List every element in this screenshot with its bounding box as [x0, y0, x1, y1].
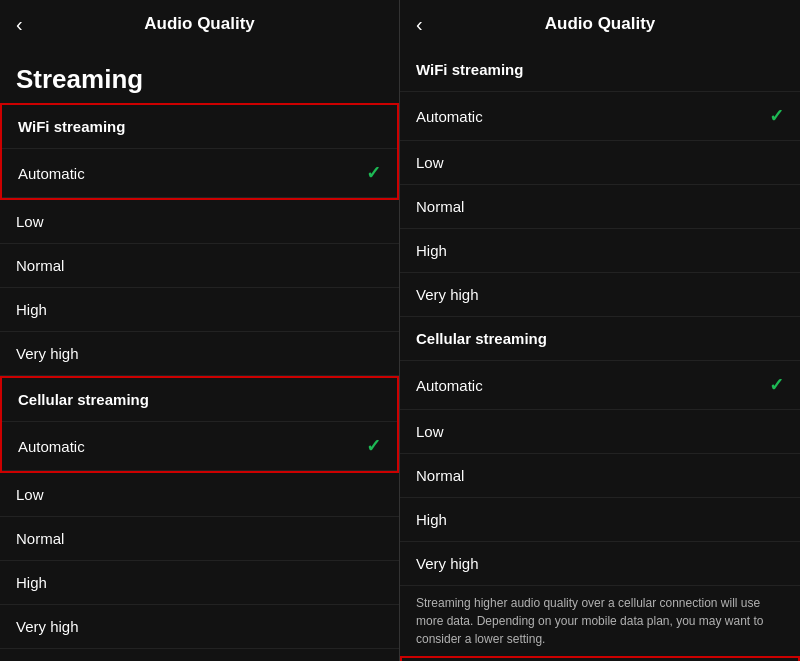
- left-wifi-normal-label: Normal: [16, 257, 64, 274]
- right-cellular-low[interactable]: Low: [400, 410, 800, 454]
- left-wifi-automatic[interactable]: Automatic ✓: [2, 149, 397, 198]
- right-wifi-high-label: High: [416, 242, 447, 259]
- right-cellular-header-item: Cellular streaming: [400, 317, 800, 361]
- right-wifi-label: WiFi streaming: [416, 61, 523, 78]
- right-cellular-very-high[interactable]: Very high: [400, 542, 800, 586]
- right-optimize-group: Optimize listening Auto adjust quality: [400, 656, 800, 661]
- left-cellular-group: Cellular streaming Automatic ✓: [0, 376, 399, 473]
- left-section-title: Streaming: [0, 48, 399, 103]
- left-header: ‹ Audio Quality: [0, 0, 399, 48]
- right-wifi-low[interactable]: Low: [400, 141, 800, 185]
- right-cellular-high[interactable]: High: [400, 498, 800, 542]
- right-cellular-normal-label: Normal: [416, 467, 464, 484]
- left-wifi-group: WiFi streaming Automatic ✓: [0, 103, 399, 200]
- left-cellular-low-label: Low: [16, 486, 44, 503]
- right-cellular-automatic[interactable]: Automatic ✓: [400, 361, 800, 410]
- right-wifi-high[interactable]: High: [400, 229, 800, 273]
- left-wifi-low[interactable]: Low: [0, 200, 399, 244]
- right-header: ‹ Audio Quality: [400, 0, 800, 48]
- left-content: Streaming WiFi streaming Automatic ✓ Low…: [0, 48, 399, 661]
- left-cellular-label: Cellular streaming: [18, 391, 149, 408]
- right-wifi-automatic-label: Automatic: [416, 108, 483, 125]
- left-cellular-high-label: High: [16, 574, 47, 591]
- left-wifi-normal[interactable]: Normal: [0, 244, 399, 288]
- right-wifi-automatic-check: ✓: [769, 105, 784, 127]
- right-wifi-automatic[interactable]: Automatic ✓: [400, 92, 800, 141]
- left-cellular-very-high[interactable]: Very high: [0, 605, 399, 649]
- right-content: WiFi streaming Automatic ✓ Low Normal Hi…: [400, 48, 800, 661]
- right-header-title: Audio Quality: [545, 14, 656, 34]
- left-cellular-header-item: Cellular streaming: [2, 378, 397, 422]
- left-wifi-label: WiFi streaming: [18, 118, 125, 135]
- right-wifi-normal[interactable]: Normal: [400, 185, 800, 229]
- left-wifi-header-item: WiFi streaming: [2, 105, 397, 149]
- right-panel: ‹ Audio Quality WiFi streaming Automatic…: [400, 0, 800, 661]
- left-cellular-automatic-check: ✓: [366, 435, 381, 457]
- left-cellular-automatic-label: Automatic: [18, 438, 85, 455]
- left-cellular-automatic[interactable]: Automatic ✓: [2, 422, 397, 471]
- left-cellular-normal-label: Normal: [16, 530, 64, 547]
- left-wifi-very-high[interactable]: Very high: [0, 332, 399, 376]
- left-wifi-automatic-check: ✓: [366, 162, 381, 184]
- left-cellular-very-high-label: Very high: [16, 618, 79, 635]
- right-wifi-very-high[interactable]: Very high: [400, 273, 800, 317]
- right-cellular-label: Cellular streaming: [416, 330, 547, 347]
- right-back-button[interactable]: ‹: [416, 13, 423, 36]
- left-panel: ‹ Audio Quality Streaming WiFi streaming…: [0, 0, 400, 661]
- left-wifi-high[interactable]: High: [0, 288, 399, 332]
- left-cellular-low[interactable]: Low: [0, 473, 399, 517]
- right-wifi-header-item: WiFi streaming: [400, 48, 800, 92]
- right-cellular-low-label: Low: [416, 423, 444, 440]
- left-back-button[interactable]: ‹: [16, 13, 23, 36]
- right-wifi-low-label: Low: [416, 154, 444, 171]
- right-cellular-very-high-label: Very high: [416, 555, 479, 572]
- left-cellular-normal[interactable]: Normal: [0, 517, 399, 561]
- right-cellular-automatic-label: Automatic: [416, 377, 483, 394]
- left-wifi-low-label: Low: [16, 213, 44, 230]
- left-cellular-high[interactable]: High: [0, 561, 399, 605]
- right-cellular-normal[interactable]: Normal: [400, 454, 800, 498]
- left-wifi-automatic-label: Automatic: [18, 165, 85, 182]
- right-description: Streaming higher audio quality over a ce…: [400, 586, 800, 656]
- right-wifi-normal-label: Normal: [416, 198, 464, 215]
- right-cellular-high-label: High: [416, 511, 447, 528]
- left-wifi-high-label: High: [16, 301, 47, 318]
- left-description: Streaming higher audio quality over a ce…: [0, 649, 399, 661]
- right-cellular-automatic-check: ✓: [769, 374, 784, 396]
- left-wifi-very-high-label: Very high: [16, 345, 79, 362]
- left-header-title: Audio Quality: [144, 14, 255, 34]
- right-wifi-very-high-label: Very high: [416, 286, 479, 303]
